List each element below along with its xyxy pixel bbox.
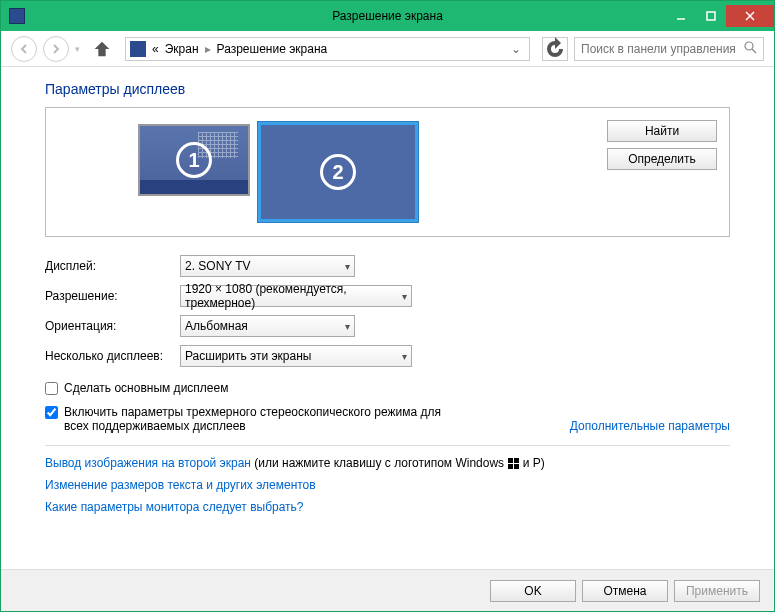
chevron-down-icon: ▾	[345, 261, 350, 272]
multi-display-select[interactable]: Расширить эти экраны▾	[180, 345, 412, 367]
search-input[interactable]	[581, 42, 744, 56]
refresh-button[interactable]	[542, 37, 568, 61]
svg-line-5	[752, 49, 756, 53]
breadcrumb-screen[interactable]: Экран	[165, 42, 199, 56]
project-link[interactable]: Вывод изображения на второй экран	[45, 456, 251, 470]
address-bar[interactable]: « Экран ▸ Разрешение экрана ⌄	[125, 37, 530, 61]
close-button[interactable]	[726, 5, 774, 27]
text-size-link[interactable]: Изменение размеров текста и других элеме…	[45, 478, 730, 492]
page-heading: Параметры дисплеев	[45, 81, 730, 97]
search-icon	[744, 41, 757, 57]
ok-button[interactable]: OK	[490, 580, 576, 602]
make-primary-checkbox[interactable]	[45, 382, 58, 395]
search-box[interactable]	[574, 37, 764, 61]
window-title: Разрешение экрана	[332, 9, 443, 23]
which-monitor-link[interactable]: Какие параметры монитора следует выбрать…	[45, 500, 730, 514]
footer: OK Отмена Применить	[1, 569, 774, 611]
multi-label: Несколько дисплеев:	[45, 349, 180, 363]
display-preview: 1 2 Найти Определить	[45, 107, 730, 237]
control-panel-icon	[130, 41, 146, 57]
up-button[interactable]	[91, 38, 113, 60]
history-dropdown[interactable]: ▾	[75, 44, 85, 54]
breadcrumb-prefix[interactable]: «	[152, 42, 159, 56]
orientation-label: Ориентация:	[45, 319, 180, 333]
resolution-label: Разрешение:	[45, 289, 180, 303]
chevron-down-icon: ▾	[402, 291, 407, 302]
minimize-button[interactable]	[666, 5, 696, 27]
windows-logo-icon	[507, 458, 519, 470]
address-dropdown-icon[interactable]: ⌄	[507, 42, 525, 56]
monitor-1[interactable]: 1	[138, 124, 250, 196]
cancel-button[interactable]: Отмена	[582, 580, 668, 602]
chevron-down-icon: ▾	[345, 321, 350, 332]
toolbar: ▾ « Экран ▸ Разрешение экрана ⌄	[1, 31, 774, 67]
svg-rect-1	[707, 12, 715, 20]
titlebar: Разрешение экрана	[1, 1, 774, 31]
identify-button[interactable]: Определить	[607, 148, 717, 170]
svg-point-4	[745, 42, 753, 50]
display-select[interactable]: 2. SONY TV▾	[180, 255, 355, 277]
monitor-2[interactable]: 2	[258, 122, 418, 222]
breadcrumb-sep-icon: ▸	[205, 42, 211, 56]
back-button[interactable]	[11, 36, 37, 62]
chevron-down-icon: ▾	[402, 351, 407, 362]
make-primary-label: Сделать основным дисплеем	[64, 381, 730, 395]
maximize-button[interactable]	[696, 5, 726, 27]
orientation-select[interactable]: Альбомная▾	[180, 315, 355, 337]
apply-button[interactable]: Применить	[674, 580, 760, 602]
detect-button[interactable]: Найти	[607, 120, 717, 142]
stereo3d-checkbox[interactable]	[45, 406, 58, 419]
breadcrumb-resolution[interactable]: Разрешение экрана	[217, 42, 328, 56]
monitor-2-number: 2	[320, 154, 356, 190]
display-label: Дисплей:	[45, 259, 180, 273]
stereo3d-label: Включить параметры трехмерного стереоско…	[64, 405, 444, 433]
forward-button[interactable]	[43, 36, 69, 62]
resolution-select[interactable]: 1920 × 1080 (рекомендуется, трехмерное)▾	[180, 285, 412, 307]
advanced-settings-link[interactable]: Дополнительные параметры	[570, 419, 730, 433]
project-link-line: Вывод изображения на второй экран (или н…	[45, 456, 730, 470]
app-icon	[9, 8, 25, 24]
